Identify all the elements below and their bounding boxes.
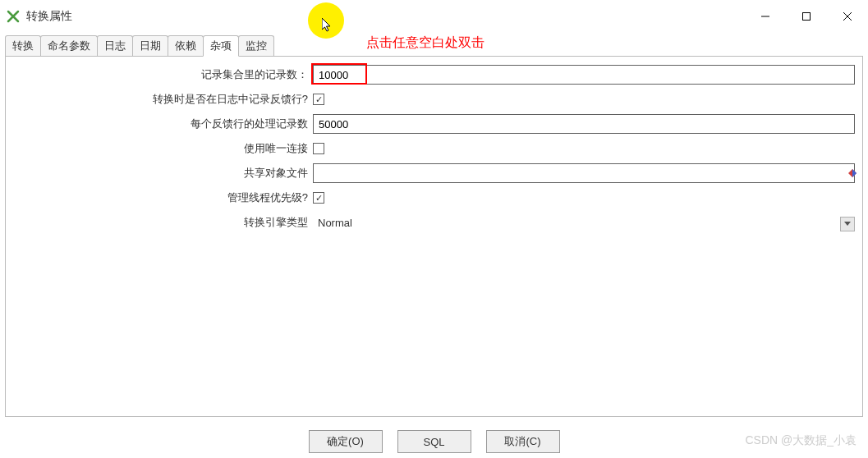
cursor-highlight	[308, 2, 344, 39]
tab-dependency[interactable]: 依赖	[168, 35, 204, 56]
feedback-records-label: 每个反馈行的处理记录数	[12, 117, 313, 131]
variable-icon[interactable]	[848, 169, 857, 177]
shared-object-file-label: 共享对象文件	[12, 166, 313, 181]
window-title: 转换属性	[26, 9, 72, 24]
records-in-set-label: 记录集合里的记录数：	[12, 67, 313, 82]
sql-button[interactable]: SQL	[397, 430, 471, 453]
log-feedback-label: 转换时是否在日志中记录反馈行?	[12, 92, 313, 107]
footer-buttons: 确定(O) SQL 取消(C)	[0, 430, 868, 453]
unique-connection-checkbox[interactable]	[313, 143, 324, 154]
tab-misc[interactable]: 杂项	[203, 35, 239, 57]
maximize-button[interactable]	[786, 0, 827, 33]
tab-monitor[interactable]: 监控	[238, 35, 274, 56]
unique-connection-label: 使用唯一连接	[12, 141, 313, 156]
titlebar: 转换属性	[0, 0, 868, 33]
content-panel: 记录集合里的记录数： 转换时是否在日志中记录反馈行? 每个反馈行的处理记录数 使…	[5, 56, 863, 417]
tab-date[interactable]: 日期	[132, 35, 168, 56]
engine-type-value: Normal	[313, 215, 357, 231]
manage-thread-priority-label: 管理线程优先级?	[12, 190, 313, 205]
records-in-set-input[interactable]	[313, 65, 855, 85]
svg-rect-1	[803, 13, 811, 21]
feedback-records-input[interactable]	[313, 114, 855, 134]
tab-transform[interactable]: 转换	[5, 35, 41, 56]
tab-log[interactable]: 日志	[97, 35, 133, 56]
engine-type-dropdown[interactable]	[840, 217, 855, 231]
minimize-button[interactable]	[745, 0, 786, 33]
cancel-button[interactable]: 取消(C)	[486, 430, 560, 453]
ok-button[interactable]: 确定(O)	[309, 430, 383, 453]
app-icon	[7, 10, 20, 23]
manage-thread-priority-checkbox[interactable]	[313, 192, 324, 204]
engine-type-label: 转换引擎类型	[12, 215, 313, 230]
annotation-text: 点击任意空白处双击	[366, 34, 485, 52]
shared-object-file-input[interactable]	[313, 163, 855, 183]
log-feedback-checkbox[interactable]	[313, 94, 324, 105]
close-button[interactable]	[827, 0, 868, 33]
tab-named-params[interactable]: 命名参数	[40, 35, 98, 56]
